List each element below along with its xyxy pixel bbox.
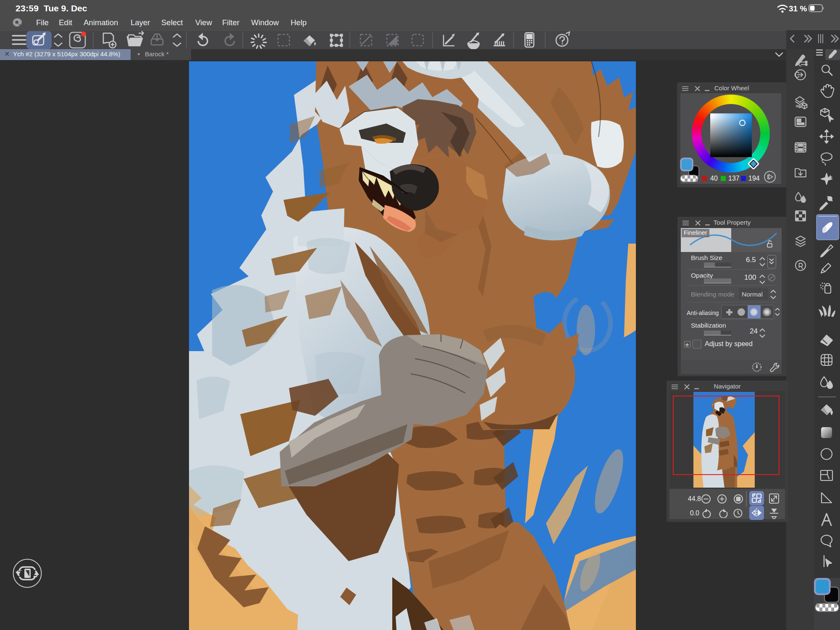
- svg-text:31 %: 31 %: [789, 4, 807, 13]
